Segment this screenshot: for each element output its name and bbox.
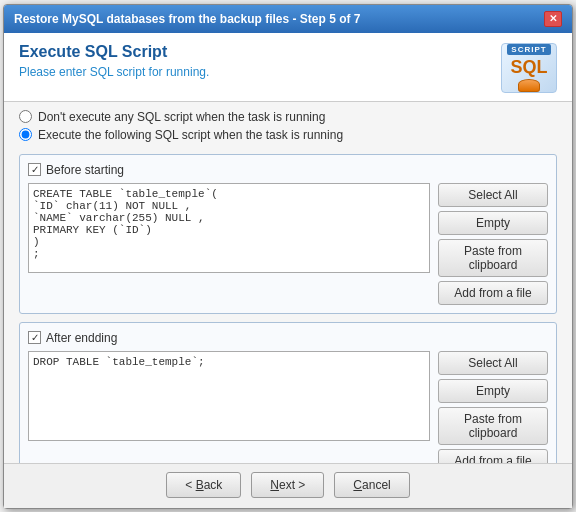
content-area: Don't execute any SQL script when the ta… [4,102,572,463]
after-section-body: Select All Empty Paste from clipboard Ad… [28,351,548,463]
header-area: Execute SQL Script Please enter SQL scri… [4,33,572,102]
title-bar: Restore MySQL databases from the backup … [4,5,572,33]
radio-group: Don't execute any SQL script when the ta… [19,110,557,146]
main-window: Restore MySQL databases from the backup … [3,4,573,509]
icon-sql-text: SQL [510,57,547,78]
after-add-file-button[interactable]: Add from a file [438,449,548,463]
db-icon [518,79,540,92]
after-section: ✓ After endding Select All Empty Paste f… [19,322,557,463]
after-paste-button[interactable]: Paste from clipboard [438,407,548,445]
radio-no-execute[interactable]: Don't execute any SQL script when the ta… [19,110,557,124]
radio-execute[interactable]: Execute the following SQL script when th… [19,128,557,142]
header-icon: SCRIPT SQL [501,43,557,93]
next-button[interactable]: Next > [251,472,324,498]
before-select-all-button[interactable]: Select All [438,183,548,207]
before-section-header: ✓ Before starting [28,163,548,177]
before-empty-button[interactable]: Empty [438,211,548,235]
footer: < Back Next > Cancel [4,463,572,508]
after-select-all-button[interactable]: Select All [438,351,548,375]
page-subtitle: Please enter SQL script for running. [19,65,501,79]
before-section: ✓ Before starting Select All Empty Paste… [19,154,557,314]
after-btn-group: Select All Empty Paste from clipboard Ad… [438,351,548,463]
radio-no-execute-input[interactable] [19,110,32,123]
cancel-button[interactable]: Cancel [334,472,409,498]
before-checkbox[interactable]: ✓ [28,163,41,176]
before-sql-textarea[interactable] [28,183,430,273]
icon-script-label: SCRIPT [507,44,550,55]
page-title: Execute SQL Script [19,43,501,61]
before-section-body: Select All Empty Paste from clipboard Ad… [28,183,548,305]
close-button[interactable]: ✕ [544,11,562,27]
before-paste-button[interactable]: Paste from clipboard [438,239,548,277]
after-checkbox[interactable]: ✓ [28,331,41,344]
window-title: Restore MySQL databases from the backup … [14,12,361,26]
before-btn-group: Select All Empty Paste from clipboard Ad… [438,183,548,305]
after-sql-textarea[interactable] [28,351,430,441]
radio-execute-input[interactable] [19,128,32,141]
after-section-title: After endding [46,331,117,345]
back-button[interactable]: < Back [166,472,241,498]
no-execute-label: Don't execute any SQL script when the ta… [38,110,325,124]
after-empty-button[interactable]: Empty [438,379,548,403]
before-add-file-button[interactable]: Add from a file [438,281,548,305]
execute-label: Execute the following SQL script when th… [38,128,343,142]
before-section-title: Before starting [46,163,124,177]
after-section-header: ✓ After endding [28,331,548,345]
header-text: Execute SQL Script Please enter SQL scri… [19,43,501,79]
